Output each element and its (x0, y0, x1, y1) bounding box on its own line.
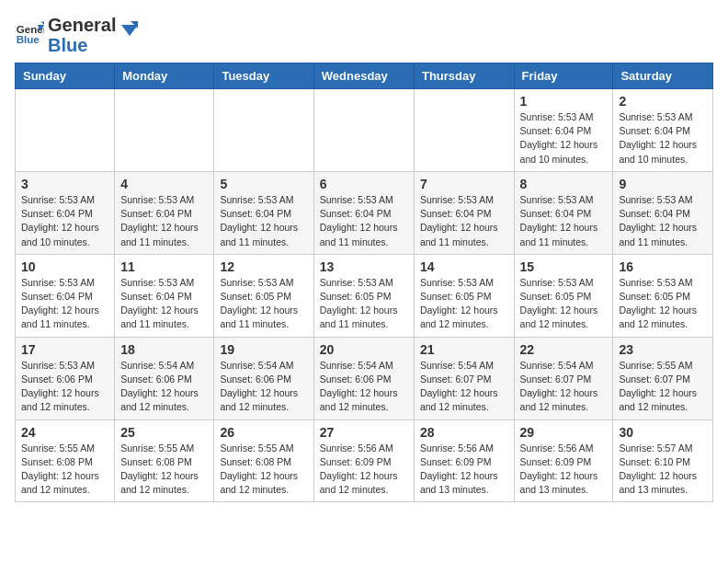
day-info: Sunrise: 5:53 AMSunset: 6:04 PMDaylight:… (120, 276, 208, 332)
calendar-cell: 11Sunrise: 5:53 AMSunset: 6:04 PMDayligh… (115, 254, 214, 337)
calendar-cell: 4Sunrise: 5:53 AMSunset: 6:04 PMDaylight… (115, 171, 214, 254)
calendar-cell (313, 89, 414, 172)
calendar-cell: 29Sunrise: 5:56 AMSunset: 6:09 PMDayligh… (514, 419, 613, 502)
logo-blue-text: Blue (48, 35, 116, 55)
calendar-cell: 26Sunrise: 5:55 AMSunset: 6:08 PMDayligh… (214, 419, 313, 502)
day-number: 20 (320, 342, 408, 357)
calendar-week-row: 3Sunrise: 5:53 AMSunset: 6:04 PMDaylight… (16, 171, 713, 254)
calendar-cell: 16Sunrise: 5:53 AMSunset: 6:05 PMDayligh… (613, 254, 713, 337)
calendar-cell: 9Sunrise: 5:53 AMSunset: 6:04 PMDaylight… (613, 171, 713, 254)
day-info: Sunrise: 5:54 AMSunset: 6:07 PMDaylight:… (420, 359, 508, 415)
day-number: 26 (220, 425, 307, 440)
day-number: 27 (320, 425, 408, 440)
calendar-cell: 17Sunrise: 5:53 AMSunset: 6:06 PMDayligh… (16, 337, 115, 419)
day-info: Sunrise: 5:53 AMSunset: 6:05 PMDaylight:… (220, 276, 307, 332)
day-info: Sunrise: 5:56 AMSunset: 6:09 PMDaylight:… (320, 442, 408, 498)
svg-marker-4 (121, 25, 138, 36)
day-info: Sunrise: 5:53 AMSunset: 6:05 PMDaylight:… (619, 276, 707, 332)
day-info: Sunrise: 5:53 AMSunset: 6:05 PMDaylight:… (320, 276, 408, 332)
day-number: 17 (21, 342, 108, 357)
day-info: Sunrise: 5:53 AMSunset: 6:04 PMDaylight:… (21, 276, 108, 332)
day-info: Sunrise: 5:53 AMSunset: 6:04 PMDaylight:… (320, 193, 408, 249)
calendar-cell: 10Sunrise: 5:53 AMSunset: 6:04 PMDayligh… (16, 254, 115, 337)
calendar-cell: 20Sunrise: 5:54 AMSunset: 6:06 PMDayligh… (313, 337, 414, 419)
weekday-header-row: SundayMondayTuesdayWednesdayThursdayFrid… (16, 63, 713, 89)
day-number: 21 (420, 342, 508, 357)
calendar-cell: 15Sunrise: 5:53 AMSunset: 6:05 PMDayligh… (514, 254, 613, 337)
day-info: Sunrise: 5:53 AMSunset: 6:05 PMDaylight:… (420, 276, 508, 332)
logo: General Blue General Blue (15, 15, 138, 55)
day-info: Sunrise: 5:54 AMSunset: 6:07 PMDaylight:… (520, 359, 608, 415)
day-number: 14 (420, 259, 508, 274)
day-number: 9 (619, 177, 707, 191)
day-number: 12 (220, 259, 307, 274)
day-info: Sunrise: 5:53 AMSunset: 6:04 PMDaylight:… (619, 193, 707, 249)
weekday-header-friday: Friday (514, 63, 613, 89)
weekday-header-thursday: Thursday (414, 63, 514, 89)
day-number: 5 (220, 177, 307, 191)
calendar-cell: 23Sunrise: 5:55 AMSunset: 6:07 PMDayligh… (613, 337, 713, 419)
day-number: 18 (120, 342, 208, 357)
day-number: 22 (520, 342, 608, 357)
day-number: 6 (320, 177, 408, 191)
day-number: 2 (619, 94, 707, 109)
day-info: Sunrise: 5:56 AMSunset: 6:09 PMDaylight:… (420, 442, 508, 498)
day-info: Sunrise: 5:53 AMSunset: 6:04 PMDaylight:… (520, 110, 608, 167)
calendar-cell: 2Sunrise: 5:53 AMSunset: 6:04 PMDaylight… (613, 89, 713, 172)
day-number: 7 (420, 177, 508, 191)
calendar-cell (414, 89, 514, 172)
logo-icon: General Blue (15, 18, 44, 48)
calendar-week-row: 24Sunrise: 5:55 AMSunset: 6:08 PMDayligh… (16, 419, 713, 502)
calendar-week-row: 1Sunrise: 5:53 AMSunset: 6:04 PMDaylight… (16, 89, 713, 172)
calendar-cell: 24Sunrise: 5:55 AMSunset: 6:08 PMDayligh… (16, 419, 115, 502)
day-number: 23 (619, 342, 707, 357)
day-number: 25 (120, 425, 208, 440)
weekday-header-monday: Monday (115, 63, 214, 89)
day-number: 1 (520, 94, 608, 109)
day-info: Sunrise: 5:54 AMSunset: 6:06 PMDaylight:… (120, 359, 208, 415)
calendar-cell (115, 89, 214, 172)
calendar-cell: 25Sunrise: 5:55 AMSunset: 6:08 PMDayligh… (115, 419, 214, 502)
day-number: 28 (420, 425, 508, 440)
calendar-cell: 27Sunrise: 5:56 AMSunset: 6:09 PMDayligh… (313, 419, 414, 502)
day-info: Sunrise: 5:56 AMSunset: 6:09 PMDaylight:… (520, 442, 608, 498)
svg-text:Blue: Blue (17, 34, 40, 45)
day-number: 24 (21, 425, 108, 440)
day-info: Sunrise: 5:53 AMSunset: 6:04 PMDaylight:… (120, 193, 208, 249)
calendar-week-row: 10Sunrise: 5:53 AMSunset: 6:04 PMDayligh… (16, 254, 713, 337)
calendar-cell: 21Sunrise: 5:54 AMSunset: 6:07 PMDayligh… (414, 337, 514, 419)
day-info: Sunrise: 5:54 AMSunset: 6:06 PMDaylight:… (320, 359, 408, 415)
day-info: Sunrise: 5:57 AMSunset: 6:10 PMDaylight:… (619, 442, 707, 498)
calendar-cell: 30Sunrise: 5:57 AMSunset: 6:10 PMDayligh… (613, 419, 713, 502)
day-info: Sunrise: 5:53 AMSunset: 6:06 PMDaylight:… (21, 359, 108, 415)
day-number: 16 (619, 259, 707, 274)
calendar-cell: 12Sunrise: 5:53 AMSunset: 6:05 PMDayligh… (214, 254, 313, 337)
calendar-cell: 6Sunrise: 5:53 AMSunset: 6:04 PMDaylight… (313, 171, 414, 254)
day-number: 15 (520, 259, 608, 274)
day-info: Sunrise: 5:53 AMSunset: 6:04 PMDaylight:… (220, 193, 307, 249)
calendar-cell (214, 89, 313, 172)
day-info: Sunrise: 5:55 AMSunset: 6:08 PMDaylight:… (21, 442, 108, 498)
day-number: 3 (21, 177, 108, 191)
day-number: 8 (520, 177, 608, 191)
calendar-cell (16, 89, 115, 172)
day-info: Sunrise: 5:55 AMSunset: 6:08 PMDaylight:… (120, 442, 208, 498)
calendar-cell: 18Sunrise: 5:54 AMSunset: 6:06 PMDayligh… (115, 337, 214, 419)
calendar-cell: 1Sunrise: 5:53 AMSunset: 6:04 PMDaylight… (514, 89, 613, 172)
weekday-header-wednesday: Wednesday (313, 63, 414, 89)
calendar-cell: 8Sunrise: 5:53 AMSunset: 6:04 PMDaylight… (514, 171, 613, 254)
weekday-header-saturday: Saturday (613, 63, 713, 89)
calendar-cell: 5Sunrise: 5:53 AMSunset: 6:04 PMDaylight… (214, 171, 313, 254)
day-number: 13 (320, 259, 408, 274)
calendar-cell: 3Sunrise: 5:53 AMSunset: 6:04 PMDaylight… (16, 171, 115, 254)
calendar-week-row: 17Sunrise: 5:53 AMSunset: 6:06 PMDayligh… (16, 337, 713, 419)
day-info: Sunrise: 5:53 AMSunset: 6:04 PMDaylight:… (420, 193, 508, 249)
day-info: Sunrise: 5:53 AMSunset: 6:04 PMDaylight:… (619, 110, 707, 167)
calendar-cell: 19Sunrise: 5:54 AMSunset: 6:06 PMDayligh… (214, 337, 313, 419)
day-number: 19 (220, 342, 307, 357)
calendar-cell: 7Sunrise: 5:53 AMSunset: 6:04 PMDaylight… (414, 171, 514, 254)
day-info: Sunrise: 5:53 AMSunset: 6:04 PMDaylight:… (21, 193, 108, 249)
day-info: Sunrise: 5:55 AMSunset: 6:08 PMDaylight:… (220, 442, 307, 498)
calendar-cell: 22Sunrise: 5:54 AMSunset: 6:07 PMDayligh… (514, 337, 613, 419)
day-info: Sunrise: 5:54 AMSunset: 6:06 PMDaylight:… (220, 359, 307, 415)
